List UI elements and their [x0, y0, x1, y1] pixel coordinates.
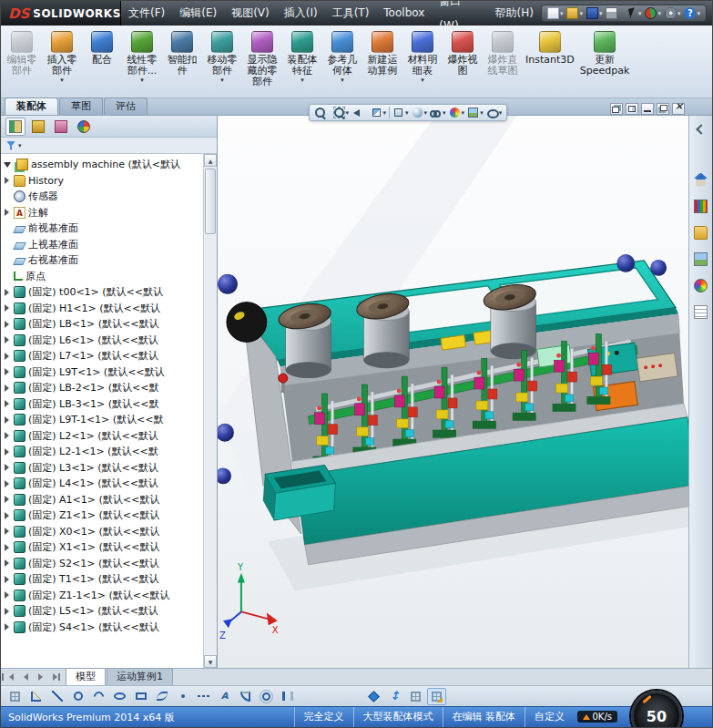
view-tool-button[interactable]: ▾ [412, 107, 428, 118]
tree-item[interactable]: (固定) LB-3<1> (默认<<默 [4, 396, 201, 413]
tree-item[interactable]: (固定) L9T-1<1> (默认<<默 [4, 412, 201, 428]
tree-root-item[interactable]: assembly machine (默认<默认 [4, 157, 201, 173]
ribbon-button[interactable]: 装配体 特征 ▾ [282, 27, 322, 97]
tree-item[interactable]: (固定) L3<1> (默认<<默认 [4, 460, 201, 477]
quick-tool-button[interactable]: ▾ [586, 7, 603, 19]
sketch-tool-button[interactable] [385, 688, 404, 705]
tree-item[interactable]: (固定) T1<1> (默认<<默认 [4, 571, 201, 588]
expand-arrow-icon[interactable] [4, 303, 11, 313]
ribbon-button[interactable]: 智能扣 件 ▾ [162, 27, 202, 97]
ribbon-button[interactable]: 插入零 部件 ▾ [42, 27, 82, 97]
quick-tool-button[interactable]: ▾ [665, 7, 681, 19]
graphics-area[interactable]: Y X Z [218, 116, 688, 668]
expand-arrow-icon[interactable] [4, 463, 11, 472]
expand-arrow-icon[interactable] [4, 559, 11, 568]
tree-item[interactable]: 传感器 [4, 189, 201, 205]
sketch-tool-button[interactable] [5, 688, 25, 705]
expand-arrow-icon[interactable] [4, 575, 11, 584]
expand-arrow-icon[interactable] [4, 495, 11, 504]
menu-item[interactable]: 插入(I) [277, 1, 325, 26]
tree-item[interactable]: 上视基准面 [4, 237, 201, 253]
ribbon-button[interactable]: 线性零 部件... ▾ [122, 27, 162, 97]
sketch-tool-button[interactable] [152, 688, 171, 705]
view-tool-button[interactable]: ▾ [351, 107, 368, 118]
expand-arrow-icon[interactable] [4, 527, 11, 536]
expand-arrow-icon[interactable] [4, 415, 11, 425]
filter-dropdown-arrow-icon[interactable]: ▾ [18, 142, 22, 149]
document-tab[interactable]: 模型 [66, 668, 106, 685]
tree-item[interactable]: History [4, 173, 201, 190]
menu-item[interactable]: 编辑(E) [172, 1, 224, 26]
view-tool-button[interactable]: ▾ [314, 107, 331, 118]
sketch-tool-button[interactable] [236, 688, 255, 705]
tree-item[interactable]: 前视基准面 [4, 220, 201, 237]
tree-item[interactable]: 注解 [4, 205, 201, 221]
menu-item[interactable]: 文件(F) [121, 1, 172, 26]
expand-arrow-icon[interactable] [4, 208, 11, 217]
expand-arrow-icon[interactable] [4, 622, 11, 631]
tree-item[interactable]: (固定) X1<1> (默认<<默认 [4, 539, 201, 556]
sketch-tool-button[interactable] [215, 688, 234, 705]
sketch-tool-button[interactable] [406, 688, 425, 705]
ribbon-button[interactable]: Instant3D ▾ [523, 27, 577, 97]
scroll-down-button[interactable]: ▼ [204, 655, 217, 668]
sketch-tool-button[interactable] [364, 688, 383, 705]
task-pane-button[interactable] [692, 120, 710, 138]
expand-arrow-icon[interactable] [4, 479, 11, 488]
view-tool-button[interactable]: ▾ [371, 107, 387, 118]
ribbon-button[interactable]: 更新 Speedpak ▾ [577, 27, 633, 97]
tree-item[interactable]: (固定) t00<1> (默认<<默认 [4, 284, 201, 301]
expand-arrow-icon[interactable] [4, 431, 11, 440]
window-control-button[interactable] [626, 103, 638, 115]
task-pane-button[interactable] [692, 223, 710, 241]
tree-item[interactable]: 右视基准面 [4, 252, 201, 269]
menu-item[interactable]: Toolbox [376, 1, 432, 26]
quick-tool-button[interactable]: ▾ [626, 7, 642, 19]
document-tab[interactable]: 运动算例1 [107, 668, 173, 685]
tab-scroll-button[interactable] [18, 671, 33, 684]
ribbon-button[interactable]: 移动零 部件 ▾ [202, 27, 242, 97]
scroll-track[interactable] [204, 236, 217, 655]
view-tool-button[interactable]: ▾ [389, 107, 390, 118]
tree-item[interactable]: (固定) Z1-1<1> (默认<<默认 [4, 588, 201, 604]
expand-arrow-icon[interactable] [4, 543, 11, 552]
command-tab[interactable]: 评估 [104, 97, 148, 115]
menu-item[interactable]: 视图(V) [224, 1, 277, 26]
window-control-button[interactable] [657, 103, 669, 115]
sketch-tool-button[interactable] [299, 688, 362, 705]
ribbon-button[interactable]: 爆炸视 图 ▾ [443, 27, 483, 97]
expand-arrow-icon[interactable] [4, 607, 11, 616]
command-tab[interactable]: 草图 [59, 97, 103, 115]
3d-model-view[interactable]: Y X Z [218, 116, 688, 668]
tree-item[interactable]: 原点 [4, 269, 201, 285]
expand-arrow-icon[interactable] [4, 335, 11, 344]
filter-icon[interactable] [6, 141, 15, 150]
expand-arrow-icon[interactable] [4, 288, 11, 297]
expand-arrow-icon[interactable] [4, 367, 11, 376]
tree-item[interactable]: (固定) L5<1> (默认<<默认 [4, 603, 201, 620]
quick-tool-button[interactable]: ▾ [566, 7, 583, 19]
scroll-up-button[interactable]: ▲ [204, 154, 217, 167]
expand-arrow-icon[interactable] [4, 590, 11, 600]
tree-item[interactable]: (固定) L6<1> (默认<<默认 [4, 333, 201, 349]
expand-arrow-icon[interactable] [4, 511, 11, 520]
window-control-button[interactable] [610, 103, 623, 115]
task-pane-button[interactable] [692, 170, 710, 189]
sketch-tool-button[interactable] [257, 688, 276, 705]
tree-item[interactable]: (固定) S4<1> (默认<<默认 [4, 620, 201, 636]
quick-tool-button[interactable]: ▾ [684, 7, 700, 19]
window-control-button[interactable] [672, 103, 685, 115]
sketch-tool-button[interactable] [68, 688, 87, 705]
ribbon-button[interactable]: 新建运 动算例 ▾ [362, 27, 402, 97]
sketch-tool-button[interactable] [47, 688, 66, 705]
tab-scroll-button[interactable] [33, 671, 47, 684]
tab-scroll-button[interactable] [47, 671, 62, 684]
view-tool-button[interactable]: ▾ [467, 107, 484, 118]
tree-item[interactable]: (固定) L9T<1> (默认<<默认 [4, 364, 201, 381]
expand-arrow-icon[interactable] [4, 320, 11, 329]
expand-arrow-icon[interactable] [4, 384, 11, 393]
panel-tab[interactable] [5, 118, 25, 136]
ribbon-button[interactable]: 配合 ▾ [82, 27, 122, 97]
task-pane-button[interactable] [692, 250, 710, 268]
sketch-tool-button[interactable] [89, 688, 108, 705]
